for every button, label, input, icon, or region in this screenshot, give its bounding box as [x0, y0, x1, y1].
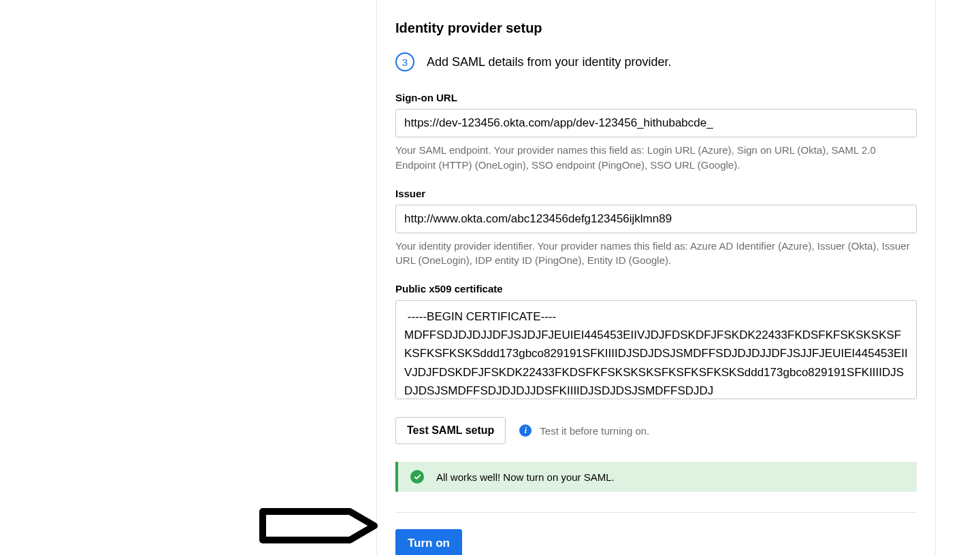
certificate-label: Public x509 certificate: [395, 283, 917, 295]
saml-setup-panel: Identity provider setup 3 Add SAML detai…: [376, 0, 936, 555]
step-number-badge: 3: [395, 52, 414, 71]
issuer-help: Your identity provider identifier. Your …: [395, 239, 917, 269]
certificate-field: Public x509 certificate -----BEGIN CERTI…: [395, 283, 917, 402]
issuer-label: Issuer: [395, 188, 917, 199]
section-title: Identity provider setup: [395, 20, 917, 36]
test-hint: i Test it before turning on.: [519, 424, 649, 437]
divider: [395, 512, 917, 513]
issuer-input[interactable]: [395, 205, 917, 233]
signon-url-label: Sign-on URL: [395, 92, 917, 103]
turn-on-button[interactable]: Turn on: [395, 529, 462, 555]
test-hint-text: Test it before turning on.: [540, 425, 649, 437]
success-message: All works well! Now turn on your SAML.: [436, 471, 615, 483]
success-banner: All works well! Now turn on your SAML.: [395, 462, 917, 492]
step-description: Add SAML details from your identity prov…: [427, 55, 672, 69]
signon-url-field: Sign-on URL Your SAML endpoint. Your pro…: [395, 92, 917, 173]
certificate-textarea[interactable]: -----BEGIN CERTIFICATE---- MDFFSDJDJDJJD…: [395, 300, 917, 399]
step-row: 3 Add SAML details from your identity pr…: [395, 52, 917, 71]
check-circle-icon: [410, 470, 424, 484]
signon-url-input[interactable]: [395, 109, 917, 137]
test-saml-button[interactable]: Test SAML setup: [395, 417, 506, 444]
issuer-field: Issuer Your identity provider identifier…: [395, 188, 917, 269]
test-row: Test SAML setup i Test it before turning…: [395, 417, 917, 444]
signon-url-help: Your SAML endpoint. Your provider names …: [395, 143, 917, 173]
annotation-arrow-icon: [255, 503, 388, 550]
info-icon: i: [519, 424, 532, 437]
